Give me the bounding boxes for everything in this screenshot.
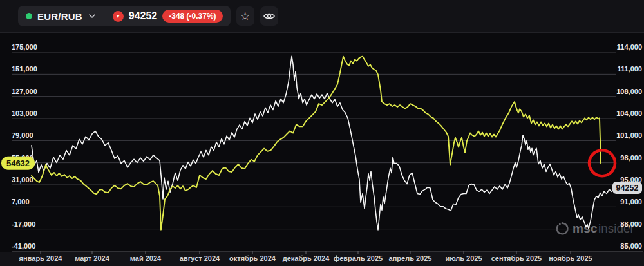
month-label: январь 2024: [19, 254, 63, 262]
series-line-eur-rub: [32, 56, 617, 230]
month-label: ноябрь 2025: [549, 254, 592, 262]
instrument-symbol: EUR/RUB: [37, 11, 82, 22]
axis-label-right: 88,000: [620, 220, 642, 228]
trading-chart-app: EUR/RUB ▼ 94252 -348 (-0.37%) ☆ msc insi…: [0, 0, 644, 266]
chevron-down-icon: [89, 14, 95, 18]
eye-icon: [263, 12, 275, 21]
series-line-secondary-series: [32, 57, 601, 230]
month-label: февраль 2025: [334, 254, 383, 262]
axis-label-right: 101,000: [616, 131, 642, 139]
star-icon: ☆: [240, 11, 250, 22]
triangle-down-glyph: ▼: [116, 14, 120, 19]
month-label: май 2024: [130, 254, 162, 262]
month-label: декабрь 2024: [283, 254, 330, 262]
axis-label-right: 114,000: [617, 43, 642, 51]
axis-label-right: 98,000: [620, 154, 642, 162]
last-price: 94252: [129, 10, 158, 22]
axis-label-left: 31,000: [12, 176, 33, 184]
month-label: август 2024: [180, 254, 220, 262]
axis-label-right: 104,000: [616, 109, 642, 117]
axis-label-left: 127,000: [12, 88, 37, 95]
axis-label-right: 91,000: [620, 198, 642, 205]
axis-label-left: 175,000: [12, 43, 37, 51]
axis-label-left: 103,000: [12, 109, 37, 117]
watchlist-eye-button[interactable]: [260, 6, 278, 26]
axis-label-right: 85,000: [620, 242, 642, 250]
red-circle-annotation: [589, 150, 615, 176]
month-label: сентябрь 2025: [491, 254, 542, 262]
axis-label-right: 108,000: [616, 88, 642, 95]
axis-label-left: -17,000: [12, 220, 35, 228]
axis-label-left: 7,000: [12, 198, 30, 205]
axis-label-left: 79,000: [12, 131, 33, 139]
price-chart-canvas[interactable]: 175,000114,000151,000111,000127,000108,0…: [0, 0, 644, 266]
last-value-badge-right-text: 94252: [616, 184, 639, 193]
month-label: апрель 2025: [389, 254, 432, 262]
month-label: июль 2025: [445, 254, 482, 262]
axis-label-left: -41,000: [12, 242, 35, 250]
last-value-badge-left-text: 54632: [6, 158, 30, 168]
instrument-selector[interactable]: EUR/RUB ▼ 94252 -348 (-0.37%): [18, 6, 231, 26]
axis-label-left: 151,000: [12, 65, 37, 73]
top-bar: EUR/RUB ▼ 94252 -348 (-0.37%) ☆: [0, 0, 644, 33]
month-label: март 2024: [75, 254, 109, 262]
favorite-button[interactable]: ☆: [236, 6, 254, 26]
divider: [104, 11, 104, 21]
month-label: октябрь 2024: [229, 254, 276, 262]
change-badge: -348 (-0.37%): [162, 10, 222, 23]
market-open-dot: [26, 13, 32, 19]
axis-label-right: 111,000: [617, 65, 642, 73]
price-down-icon: ▼: [113, 11, 124, 22]
